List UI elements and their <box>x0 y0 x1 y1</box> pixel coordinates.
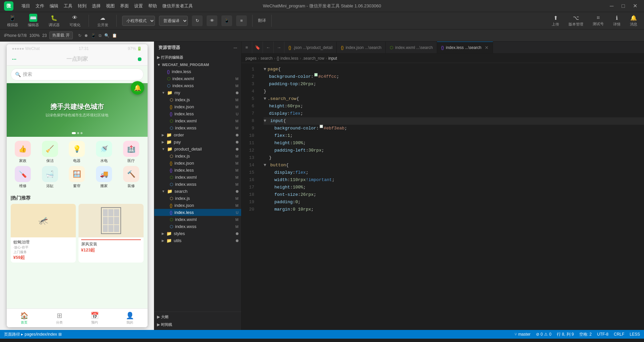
menu-item-edit[interactable]: 编辑 <box>50 3 58 9</box>
maximize-button[interactable]: □ <box>619 3 628 9</box>
breadcrumb-search-row[interactable]: .search_row <box>302 56 324 61</box>
tab-close-button[interactable]: ✕ <box>485 45 489 50</box>
status-errors[interactable]: ⊘ 0 ⚠ 0 <box>536 332 551 337</box>
minimize-button[interactable]: ─ <box>607 3 616 9</box>
folder-order[interactable]: ▶ 📁 order <box>154 131 241 138</box>
product-card[interactable]: 🦟 蚊蝇治理 ·放心·价平 上门服务 ¥59起 <box>11 204 76 263</box>
file-search-wxml[interactable]: ⬡ index.wxml M <box>154 216 241 223</box>
expand-arrow-5[interactable]: ▼ <box>264 95 266 103</box>
menu-item-help[interactable]: 帮助 <box>148 3 157 9</box>
tab-wxml-search[interactable]: ⬡ index.wxml ...\search <box>386 42 437 54</box>
category-item[interactable]: 🪟 窗帘 <box>65 166 89 188</box>
file-my-wxml[interactable]: ⬡ index.wxml M <box>154 117 241 124</box>
product-card[interactable]: 屏风安装 ¥123起 <box>78 204 144 263</box>
folder-utils[interactable]: ▶ 📁 utils <box>154 237 241 244</box>
tab-json-product[interactable]: {} .json ...\product_detail <box>284 42 337 54</box>
nav-home[interactable]: 🏠 首页 <box>7 309 42 327</box>
status-language[interactable]: LESS <box>630 332 640 337</box>
breadcrumb-pages[interactable]: pages <box>246 56 257 61</box>
file-my-wxss[interactable]: ⬡ index.wxss M <box>154 124 241 131</box>
explorer-more-button[interactable]: ··· <box>233 45 237 50</box>
layers-toggle[interactable]: ≡ <box>236 15 247 26</box>
folder-product-detail[interactable]: ▼ 📁 product_detail <box>154 146 241 153</box>
tree-open-file-wxml[interactable]: ⬡ index.wxml M <box>154 75 241 82</box>
code-content[interactable]: ▼ page { background-color : #c4ffcc ; pa… <box>258 63 644 330</box>
bookmark-toggle[interactable]: 🔖 <box>252 42 263 54</box>
outline-section[interactable]: ▶ 大纲 <box>154 313 241 321</box>
category-item[interactable]: 🏥 医疗 <box>119 141 144 163</box>
folder-styles[interactable]: ▶ 📁 styles <box>154 230 241 237</box>
category-item[interactable]: 🧹 保洁 <box>38 141 62 163</box>
category-item[interactable]: 🪛 维修 <box>11 166 35 188</box>
close-button[interactable]: ✕ <box>630 3 640 9</box>
status-path[interactable]: 页面路径 ▸ pages/index/index ⊞ <box>4 332 62 337</box>
nav-profile[interactable]: 👤 我的 <box>112 309 148 327</box>
test-button[interactable]: ⌗ 测试号 <box>590 13 606 28</box>
open-editors-section[interactable]: ▶ 打开的编辑器 <box>154 54 241 61</box>
folder-pay[interactable]: ▶ 📁 pay <box>154 138 241 146</box>
file-pd-less[interactable]: {} index.less M <box>154 167 241 174</box>
status-branch[interactable]: ⑂ master <box>515 332 531 337</box>
status-encoding[interactable]: UTF-8 <box>597 332 608 337</box>
category-item[interactable]: 💡 电器 <box>65 141 89 163</box>
file-pd-wxss[interactable]: ⬡ index.wxss M <box>154 181 241 188</box>
debugger-button[interactable]: 🐛 调试器 <box>46 12 62 29</box>
file-my-json[interactable]: {} index.json M <box>154 103 241 110</box>
refresh-button[interactable]: ↻ <box>192 15 203 26</box>
breadcrumb-input[interactable]: input <box>328 56 337 61</box>
hot-reload-button[interactable]: 热重载 开 <box>49 32 72 39</box>
status-spaces[interactable]: 空格: 2 <box>579 332 592 337</box>
visualize-button[interactable]: 👁 可视化 <box>66 12 83 29</box>
upload-button[interactable]: ⬆ 上传 <box>549 13 562 28</box>
tab-less-search[interactable]: {} index.less ...\search ✕ <box>437 42 493 54</box>
simulator-button[interactable]: 📱 模拟器 <box>4 12 21 29</box>
menu-item-tools[interactable]: 工具 <box>64 3 72 9</box>
nav-prev[interactable]: ← <box>263 42 274 54</box>
expand-arrow-8[interactable]: ▼ <box>264 117 266 125</box>
category-item[interactable]: 👍 家政 <box>11 141 35 163</box>
details-button[interactable]: ℹ 详情 <box>610 13 623 28</box>
screen-button[interactable]: 📱 <box>91 33 96 38</box>
file-search-less[interactable]: {} index.less U <box>154 209 241 216</box>
tree-open-file-less[interactable]: {} index.less <box>154 68 241 75</box>
menu-item-wechat[interactable]: 微信开发者工具 <box>162 3 193 9</box>
breadcrumb-search[interactable]: search <box>261 56 273 61</box>
menu-item-goto[interactable]: 转到 <box>78 3 87 9</box>
notification-button[interactable]: 🔔 消息 <box>627 13 640 28</box>
menu-item-select[interactable]: 选择 <box>92 3 101 9</box>
expand-arrow-14[interactable]: ▼ <box>264 162 266 169</box>
nav-category[interactable]: ⊞ 分类 <box>42 309 77 327</box>
status-position[interactable]: 行 8, 列 9 <box>557 332 574 337</box>
nav-appointment[interactable]: 📅 预约 <box>77 309 112 327</box>
project-section[interactable]: ▼ WECHAT_MINI_PROGRAM <box>154 61 241 68</box>
menu-item-view[interactable]: 视图 <box>106 3 115 9</box>
search-sim-button[interactable]: 🔍 <box>104 33 109 38</box>
cloud-button[interactable]: ☁ 云开发 <box>94 12 111 29</box>
editor-button[interactable]: ⌨️ 编辑器 <box>25 12 42 29</box>
phone-content[interactable]: 🔍 搜索 携手共建绿色城市 以绿色保护绿色城市生态环境社区绿地 <box>7 66 148 308</box>
folder-my[interactable]: ▼ 📁 my <box>154 89 241 96</box>
category-item[interactable]: 🚚 搬家 <box>92 166 116 188</box>
file-my-less[interactable]: {} index.less U <box>154 110 241 117</box>
file-pd-wxml[interactable]: ⬡ index.wxml M <box>154 174 241 181</box>
refresh-sim-button[interactable]: ↻ <box>78 33 82 38</box>
copy-button[interactable]: ⧉ <box>99 33 102 38</box>
category-item[interactable]: 🛁 浴缸 <box>38 166 62 188</box>
status-format[interactable]: CRLF <box>614 332 624 337</box>
menu-item-interface[interactable]: 界面 <box>120 3 129 9</box>
file-pd-js[interactable]: ⬡ index.js M <box>154 153 241 160</box>
file-search-js[interactable]: ⬡ index.js M <box>154 195 241 202</box>
version-button[interactable]: ⌥ 版本管理 <box>566 13 586 28</box>
file-pd-json[interactable]: {} index.json M <box>154 160 241 167</box>
file-search-wxss[interactable]: ⬡ index.wxss M <box>154 223 241 230</box>
breadcrumb-less[interactable]: {} index.less <box>277 56 299 61</box>
category-item[interactable]: 🚿 水电 <box>92 141 116 163</box>
menu-item-file[interactable]: 文件 <box>36 3 44 9</box>
mode-select[interactable]: 小程序模式 <box>122 16 155 26</box>
tab-json-search[interactable]: {} index.json ...\search <box>337 42 386 54</box>
menu-item-project[interactable]: 项目 <box>21 3 30 9</box>
folder-search[interactable]: ▼ 📁 search <box>154 188 241 195</box>
expand-arrow-1[interactable]: ▼ <box>264 66 266 73</box>
record-button[interactable]: ⏺ <box>84 33 88 38</box>
timeline-section[interactable]: ▶ 时间线 <box>154 321 241 329</box>
